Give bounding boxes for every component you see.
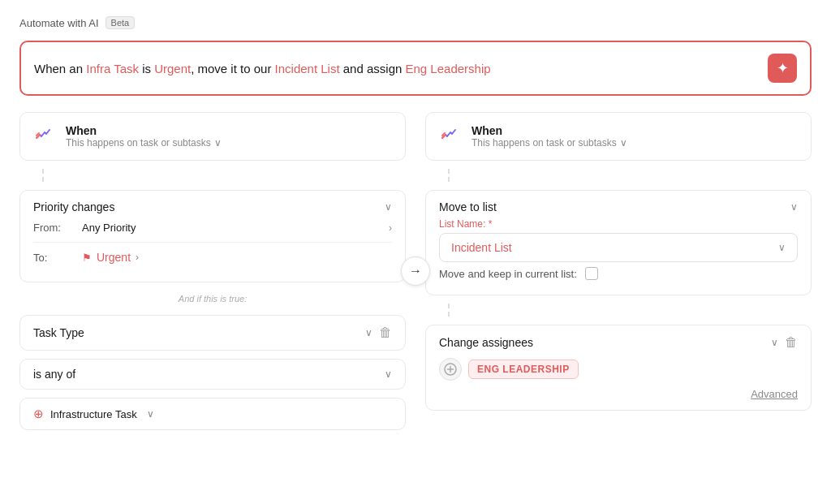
right-when-subtitle[interactable]: This happens on task or subtasks ∨ [471,137,798,149]
priority-label: Priority changes [33,200,114,213]
advanced-link[interactable]: Advanced [439,381,798,400]
is-any-of-card[interactable]: is any of ∨ [19,359,406,390]
priority-trigger-card: Priority changes ∨ From: Any Priority › … [19,190,406,282]
task-type-card: Task Type ∨ 🗑 [19,315,406,351]
chevron-down-icon: ∨ [385,201,392,213]
right-dotted-connector [448,169,812,182]
from-field-row[interactable]: From: Any Priority › [33,213,392,243]
advanced-anchor[interactable]: Advanced [751,388,798,400]
action-header: Change assignees ∨ 🗑 [439,335,798,350]
beta-badge: Beta [105,16,136,29]
add-assignee-button[interactable] [439,358,462,381]
left-when-title: When [66,124,392,137]
is-any-of-label: is any of [33,368,75,381]
task-type-label: Task Type [33,326,84,339]
ai-prompt-box: When an Infra Task is Urgent, move it to… [19,41,812,96]
ai-magic-button[interactable]: ✦ [768,54,797,83]
move-to-list-card: Move to list ∨ List Name: * Incident Lis… [425,190,812,295]
globe-icon: ⊕ [33,407,44,421]
chevron-down-icon: ∨ [620,137,627,149]
left-when-subtitle[interactable]: This happens on task or subtasks ∨ [66,137,392,149]
chevron-down-icon: ∨ [385,368,392,380]
chevron-right-icon: › [136,252,139,263]
priority-dropdown[interactable]: Priority changes ∨ [33,200,392,213]
ai-prompt-text: When an Infra Task is Urgent, move it to… [34,62,758,75]
ai-label: Automate with AI [19,17,99,29]
eng-leadership-tag[interactable]: ENG LEADERSHIP [468,360,579,379]
incident-list-label: Incident List [451,241,512,254]
to-label: To: [33,252,82,264]
keep-list-checkbox[interactable] [585,267,598,280]
chevron-right-icon: › [389,222,392,234]
chevron-down-icon: ∨ [214,137,222,149]
assignee-row: ENG LEADERSHIP [439,358,798,381]
urgent-highlight: Urgent [154,62,191,75]
right-when-title: When [471,124,798,137]
ai-header: Automate with AI Beta [19,16,812,29]
move-to-list-dropdown[interactable]: Move to list ∨ [439,200,798,213]
urgent-value: ⚑ Urgent [82,251,131,264]
clickup-icon-right [439,125,462,148]
left-column: When This happens on task or subtasks ∨ … [19,112,406,430]
chevron-down-icon: ∨ [147,408,154,420]
delete-task-type-button[interactable]: 🗑 [379,325,392,340]
any-priority-value: Any Priority [82,222,389,234]
flag-icon: ⚑ [82,252,92,264]
to-field-row[interactable]: To: ⚑ Urgent › [33,243,392,272]
clickup-icon-left [33,125,56,148]
task-type-dropdown[interactable]: Task Type ∨ [33,326,372,339]
two-col-layout: → When This happens on task or subtasks [19,112,812,430]
from-label: From: [33,222,82,234]
infra-task-label: Infrastructure Task [50,408,137,420]
list-name-label: List Name: * [439,218,798,230]
keep-list-row: Move and keep in current list: [439,262,798,285]
left-when-info: When This happens on task or subtasks ∨ [66,124,392,149]
infra-task-card[interactable]: ⊕ Infrastructure Task ∨ [19,398,406,430]
right-dotted-connector-2 [448,304,812,317]
keep-list-text: Move and keep in current list: [439,268,577,280]
right-when-card: When This happens on task or subtasks ∨ [425,112,812,161]
change-assignees-card: Change assignees ∨ 🗑 ENG LEADERSHIP [425,325,812,411]
change-assignees-label: Change assignees [439,336,533,349]
chevron-down-icon: ∨ [778,242,786,253]
left-dotted-connector [42,169,406,182]
delete-assignees-button[interactable]: 🗑 [785,335,798,350]
eng-leadership-highlight: Eng Leadership [406,62,491,75]
incident-list-highlight: Incident List [275,62,340,75]
right-column: When This happens on task or subtasks ∨ … [425,112,812,430]
right-when-info: When This happens on task or subtasks ∨ [471,124,798,149]
infra-task-highlight: Infra Task [86,62,139,75]
chevron-down-icon: ∨ [790,201,798,213]
chevron-down-icon: ∨ [365,327,372,338]
arrow-connector: → [401,256,430,286]
move-to-list-label: Move to list [439,200,497,213]
change-assignees-dropdown[interactable]: Change assignees ∨ [439,336,778,349]
incident-list-dropdown[interactable]: Incident List ∨ [439,233,798,262]
left-when-card: When This happens on task or subtasks ∨ [19,112,406,161]
and-if-label: And if this is true: [19,294,406,304]
chevron-down-icon: ∨ [771,337,778,348]
